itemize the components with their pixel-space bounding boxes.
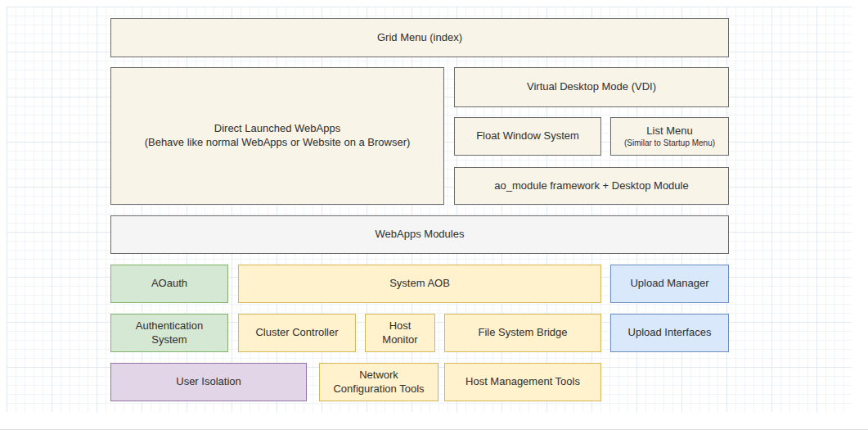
node-file-system-bridge-label: File System Bridge bbox=[478, 326, 567, 340]
node-list-menu-note: (Similar to Startup Menu) bbox=[624, 138, 715, 148]
node-network-configuration-tools-label: Network Configuration Tools bbox=[326, 369, 431, 396]
diagram-grid-canvas: Grid Menu (index) Direct Launched WebApp… bbox=[7, 7, 852, 412]
node-user-isolation-label: User Isolation bbox=[176, 375, 241, 389]
node-webapps-modules-label: WebApps Modules bbox=[376, 228, 465, 242]
node-cluster-controller-label: Cluster Controller bbox=[255, 326, 338, 340]
node-grid-menu-label: Grid Menu (index) bbox=[377, 31, 462, 45]
node-file-system-bridge: File System Bridge bbox=[444, 314, 601, 352]
node-host-monitor-label: Host Monitor bbox=[371, 319, 430, 347]
node-virtual-desktop-mode: Virtual Desktop Mode (VDI) bbox=[454, 67, 729, 107]
node-network-configuration-tools: Network Configuration Tools bbox=[319, 363, 438, 401]
diagram-page: { "nodes": { "grid_menu": "Grid Menu (in… bbox=[0, 0, 868, 430]
node-direct-launched-webapps-subtitle: (Behave like normal WebApps or Website o… bbox=[145, 136, 411, 150]
node-aoauth-label: AOauth bbox=[151, 277, 187, 291]
node-system-aob: System AOB bbox=[238, 265, 601, 303]
node-ao-module-framework-label: ao_module framework + Desktop Module bbox=[494, 179, 688, 193]
node-user-isolation: User Isolation bbox=[110, 363, 307, 401]
node-grid-menu: Grid Menu (index) bbox=[110, 18, 729, 57]
node-list-menu-label: List Menu bbox=[646, 124, 692, 138]
node-host-management-tools: Host Management Tools bbox=[444, 363, 601, 401]
node-cluster-controller: Cluster Controller bbox=[238, 314, 356, 352]
node-float-window-system-label: Float Window System bbox=[476, 129, 579, 143]
node-ao-module-framework: ao_module framework + Desktop Module bbox=[454, 167, 729, 205]
node-upload-manager-label: Upload Manager bbox=[630, 277, 708, 291]
node-upload-interfaces: Upload Interfaces bbox=[610, 314, 729, 352]
node-upload-interfaces-label: Upload Interfaces bbox=[628, 326, 712, 340]
node-float-window-system: Float Window System bbox=[454, 117, 601, 156]
node-direct-launched-webapps: Direct Launched WebApps (Behave like nor… bbox=[110, 67, 444, 205]
node-upload-manager: Upload Manager bbox=[610, 265, 729, 303]
node-webapps-modules: WebApps Modules bbox=[110, 215, 729, 254]
node-virtual-desktop-mode-label: Virtual Desktop Mode (VDI) bbox=[527, 80, 656, 94]
node-host-monitor: Host Monitor bbox=[365, 314, 435, 352]
node-direct-launched-webapps-title: Direct Launched WebApps bbox=[214, 122, 340, 136]
node-aoauth: AOauth bbox=[110, 265, 228, 303]
node-host-management-tools-label: Host Management Tools bbox=[465, 375, 580, 389]
node-list-menu: List Menu (Similar to Startup Menu) bbox=[610, 117, 729, 156]
node-authentication-system: Authentication System bbox=[110, 314, 228, 352]
node-authentication-system-label: Authentication System bbox=[119, 319, 219, 347]
node-system-aob-label: System AOB bbox=[389, 277, 450, 291]
